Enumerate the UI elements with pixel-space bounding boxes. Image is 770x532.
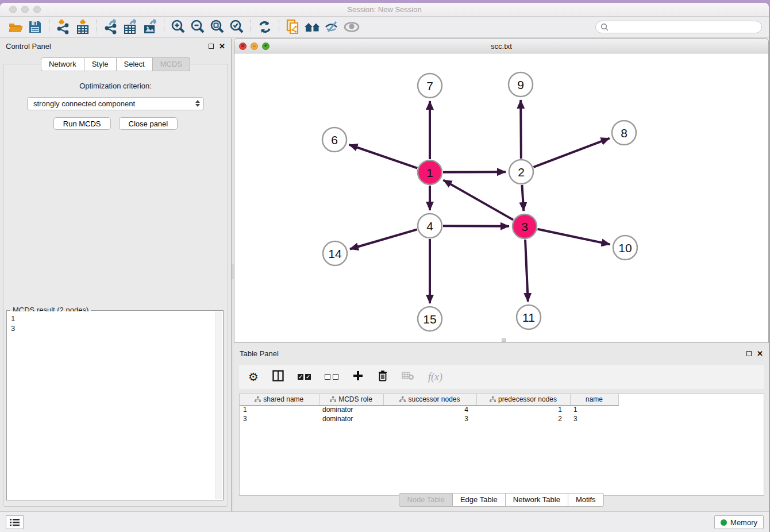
export-image-icon[interactable]	[140, 18, 160, 36]
zoom-fit-icon[interactable]	[207, 18, 227, 36]
table-cell[interactable]: 2	[476, 414, 570, 423]
memory-status-icon	[721, 519, 727, 526]
app-window: Session: New Session	[0, 3, 769, 532]
graph-edge-3-10[interactable]	[538, 229, 610, 245]
graph-edge-1-2[interactable]	[443, 172, 506, 172]
export-network-icon[interactable]	[101, 18, 121, 36]
network-canvas[interactable]: 7968124314101511	[234, 53, 768, 342]
tab-style[interactable]: Style	[84, 57, 117, 71]
add-column-icon[interactable]	[352, 370, 364, 384]
column-header-MCDS-role[interactable]: MCDS role	[319, 394, 383, 405]
tab-motifs[interactable]: Motifs	[568, 493, 604, 507]
import-table-icon[interactable]	[73, 18, 93, 36]
toolbar-separator	[97, 20, 97, 34]
node-table[interactable]: shared nameMCDS rolesuccessor nodesprede…	[240, 394, 619, 423]
tab-node-table[interactable]: Node Table	[399, 493, 453, 507]
tab-network[interactable]: Network	[41, 57, 84, 71]
table-cell[interactable]: 3	[383, 414, 476, 423]
graph-node-6[interactable]: 6	[322, 128, 346, 152]
table-row[interactable]: 1dominator411	[240, 405, 618, 414]
control-panel-title: Control Panel	[6, 42, 51, 51]
gear-icon[interactable]: ⚙	[248, 371, 259, 383]
table-cell[interactable]: 1	[570, 405, 618, 414]
graph-edge-4-3[interactable]	[443, 226, 509, 226]
graph-edge-3-1[interactable]	[443, 180, 513, 219]
task-history-button[interactable]	[6, 515, 24, 529]
table-cell[interactable]: 3	[570, 414, 618, 423]
tab-edge-table[interactable]: Edge Table	[453, 493, 506, 507]
canvas-resize-grip[interactable]	[502, 338, 506, 342]
graph-node-1[interactable]: 1	[418, 160, 442, 184]
table-cell[interactable]: dominator	[319, 414, 383, 423]
table-cell[interactable]: 1	[476, 405, 570, 414]
graph-node-2[interactable]: 2	[509, 160, 533, 184]
clone-network-icon[interactable]	[283, 18, 303, 36]
table-toolbar: ⚙ ✓✓	[239, 365, 764, 389]
select-all-icon[interactable]: ✓✓	[298, 374, 311, 380]
tab-network-table[interactable]: Network Table	[506, 493, 568, 507]
memory-button[interactable]: Memory	[714, 515, 764, 529]
network-graph[interactable]: 7968124314101511	[234, 53, 768, 342]
tab-select[interactable]: Select	[117, 57, 153, 71]
graph-edge-2-3[interactable]	[522, 185, 523, 211]
hide-selected-icon[interactable]	[322, 18, 342, 36]
table-cell[interactable]: dominator	[319, 405, 383, 414]
network-view-window: ✕ − + scc.txt 7968124314101511	[234, 38, 769, 343]
graph-node-10[interactable]: 10	[613, 236, 637, 260]
delete-column-icon[interactable]	[378, 370, 388, 384]
graph-node-8[interactable]: 8	[612, 121, 636, 145]
graph-node-4[interactable]: 4	[418, 214, 442, 238]
graph-edge-1-6[interactable]	[349, 145, 418, 168]
zoom-out-icon[interactable]	[188, 18, 207, 36]
toolbar-separator	[279, 20, 279, 34]
run-mcds-button[interactable]: Run MCDS	[53, 117, 111, 130]
graph-node-15[interactable]: 15	[418, 307, 442, 331]
search-icon	[600, 23, 609, 31]
search-box[interactable]	[595, 21, 762, 33]
table-row[interactable]: 3dominator323	[240, 414, 618, 423]
select-stepper-icon	[195, 100, 200, 107]
first-neighbors-icon[interactable]	[303, 18, 322, 36]
graph-node-11[interactable]: 11	[517, 305, 541, 329]
split-view-icon[interactable]	[272, 370, 284, 384]
graph-edge-4-14[interactable]	[350, 229, 417, 249]
open-session-icon[interactable]	[6, 18, 25, 36]
status-bar: Memory	[0, 511, 769, 532]
graph-node-7[interactable]: 7	[418, 74, 442, 98]
graph-node-14[interactable]: 14	[323, 241, 347, 265]
result-scrollbar[interactable]	[215, 311, 222, 499]
close-panel-icon[interactable]: ✕	[219, 43, 225, 50]
graph-edge-2-9[interactable]	[521, 100, 521, 159]
criterion-select[interactable]: strongly connected component	[27, 97, 204, 110]
graph-edge-2-8[interactable]	[534, 138, 610, 167]
table-cell[interactable]: 1	[240, 405, 319, 414]
close-panel-button[interactable]: Close panel	[119, 117, 178, 130]
graph-node-9[interactable]: 9	[509, 72, 533, 97]
export-table-icon[interactable]	[121, 18, 140, 36]
close-table-panel-icon[interactable]: ✕	[757, 350, 763, 357]
svg-text:15: 15	[423, 313, 436, 326]
save-session-icon[interactable]	[25, 18, 45, 36]
svg-text:14: 14	[328, 247, 342, 260]
network-window-titlebar: ✕ − + scc.txt	[234, 39, 768, 53]
show-all-icon[interactable]	[342, 18, 361, 36]
zoom-in-icon[interactable]	[168, 18, 188, 36]
tab-mcds[interactable]: MCDS	[153, 57, 190, 71]
column-header-shared-name[interactable]: shared name	[240, 394, 319, 405]
zoom-selected-icon[interactable]	[227, 18, 247, 36]
refresh-icon[interactable]	[255, 18, 275, 36]
memory-label: Memory	[730, 518, 757, 527]
column-header-name[interactable]: name	[570, 394, 618, 405]
graph-node-3[interactable]: 3	[513, 214, 537, 238]
table-cell[interactable]: 4	[383, 405, 476, 414]
float-table-panel-icon[interactable]	[746, 351, 752, 356]
search-input[interactable]	[611, 23, 757, 31]
deselect-all-icon[interactable]	[325, 374, 338, 380]
import-network-icon[interactable]	[53, 18, 73, 36]
table-cell[interactable]: 3	[240, 414, 319, 423]
graph-edge-3-11[interactable]	[525, 240, 528, 302]
column-header-predecessor-nodes[interactable]: predecessor nodes	[476, 394, 570, 405]
float-panel-icon[interactable]	[209, 44, 214, 49]
mcds-result-list[interactable]: 13	[7, 311, 215, 499]
column-header-successor-nodes[interactable]: successor nodes	[383, 394, 476, 405]
